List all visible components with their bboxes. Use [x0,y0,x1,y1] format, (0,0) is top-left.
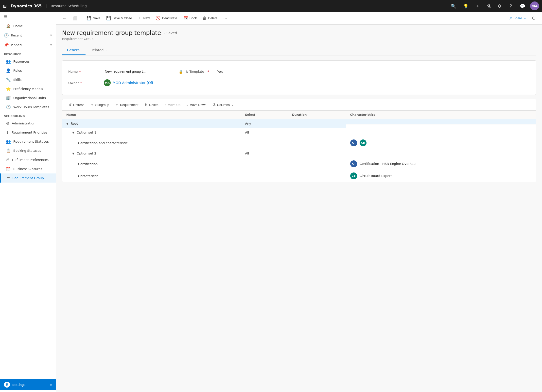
page-header: New requirement group template - Saved R… [62,30,536,41]
sidebar-recent-label: Recent [11,34,22,37]
share-label: Share [513,16,522,20]
fulfillment-icon: ♾ [6,157,9,162]
refresh-icon: ↺ [69,103,72,107]
sidebar-bottom: S Settings ◇ [0,377,56,392]
plus-icon[interactable]: ＋ [473,2,482,10]
expand-icon[interactable]: ▼ [72,152,75,155]
search-icon[interactable]: 🔍 [449,2,458,10]
sidebar-org-units-label: Organizational Units [13,96,46,100]
help-icon[interactable]: ？ [507,2,515,10]
table-row[interactable]: ▼ Option set 1All [62,128,536,137]
sidebar-item-administration[interactable]: ⚙️ Administration [0,119,56,128]
sidebar-menu-toggle[interactable]: ☰ [0,12,56,21]
owner-required: * [80,81,82,85]
sidebar-settings-label: Settings [12,383,25,387]
save-button[interactable]: 💾 Save [84,14,103,22]
sidebar-req-priorities-label: Requirement Priorities [12,131,47,134]
sidebar-item-requirement-priorities[interactable]: ↓ Requirement Priorities [0,128,56,137]
work-hours-icon: 🕐 [6,105,11,109]
sidebar-business-closures-label: Business Closures [13,167,42,171]
col-characteristics: Characteristics [346,111,536,119]
table-row[interactable]: ▼ RootAny [62,119,536,128]
name-value [104,69,153,74]
sidebar-item-fulfillment-preferences[interactable]: ♾ Fulfillment Preferences [0,155,56,164]
char-badge: CB [360,139,367,146]
popout-button[interactable]: ⬡ [530,14,538,22]
row-name: Root [71,122,78,125]
tab-related[interactable]: Related ⌄ [86,46,113,55]
settings-chevron-icon: ◇ [50,383,52,386]
expand-icon[interactable]: ▼ [72,131,75,134]
move-down-button[interactable]: ↓ Move Down [184,101,209,108]
sidebar-item-proficiency-models[interactable]: ⭐ Proficiency Models [0,84,56,93]
sidebar-item-requirement-statuses[interactable]: 👥 Requirement Statuses [0,137,56,146]
table-row[interactable]: CertificationC-Certification - HSR Engin… [62,158,536,170]
expand-icon[interactable]: ▼ [66,122,69,125]
sidebar-recent-toggle[interactable]: 🕐 Recent ∨ [0,31,56,40]
filter-icon[interactable]: ⚗ [485,2,493,10]
waffle-icon[interactable]: ⊞ [3,3,7,9]
back-button[interactable]: ← [60,15,69,22]
subgroup-button[interactable]: ＋ Subgroup [88,101,112,108]
deactivate-button[interactable]: 🚫 Deactivate [153,14,179,22]
lightbulb-icon[interactable]: 💡 [461,2,471,10]
is-template-label: Is Template [186,70,204,73]
sidebar-item-resources[interactable]: 👥 Resources [0,57,56,66]
new-button[interactable]: ＋ New [135,14,152,22]
move-up-label: Move Up [168,103,180,107]
refresh-button[interactable]: ↺ Refresh [66,101,87,108]
name-input[interactable] [104,69,153,74]
owner-value: MA MOD Administrator (Off [104,79,153,86]
subgroup-add-icon: ＋ [90,102,94,107]
table-row[interactable]: ▼ Option set 2All [62,149,536,158]
back-icon: ← [63,16,67,20]
settings-icon[interactable]: ⚙ [496,2,504,10]
more-button[interactable]: ⋯ [221,14,230,22]
sidebar-item-work-hours-templates[interactable]: 🕐 Work Hours Templates [0,102,56,112]
sidebar-home-label: Home [13,24,23,28]
requirement-button[interactable]: ＋ Requirement [113,101,141,108]
move-up-icon: ↑ [164,103,166,107]
owner-link[interactable]: MOD Administrator (Off [113,81,153,85]
row-name: Chracteristic [78,174,98,178]
user-avatar[interactable]: MA [530,1,539,10]
tab-general[interactable]: General [62,46,86,55]
grid-toolbar: ↺ Refresh ＋ Subgroup ＋ Requirement 🗑 Del… [62,99,536,111]
delete-button[interactable]: 🗑 Delete [200,15,220,22]
row-select: Any [241,119,288,128]
chat-icon[interactable]: 💬 [518,2,527,10]
window-button[interactable]: ⬜ [70,14,80,22]
sidebar-item-business-closures[interactable]: 📅 Business Closures [0,164,56,173]
col-duration: Duration [288,111,346,119]
col-name: Name [62,111,241,119]
pin-icon: 📌 [4,43,9,47]
sidebar-item-booking-statuses[interactable]: 📋 Booking Statuses [0,146,56,155]
book-button[interactable]: 📅 Book [181,14,199,22]
sidebar-pinned-toggle[interactable]: 📌 Pinned ∨ [0,40,56,50]
pinned-chevron-icon: ∨ [50,43,52,47]
tab-related-label: Related [90,48,104,52]
delete-icon: 🗑 [203,16,207,20]
share-icon: ↗ [509,16,512,20]
share-button[interactable]: ↗ Share ⌄ [506,14,529,22]
row-select: All [241,128,288,137]
sidebar-item-requirement-group[interactable]: ≡ Requirement Group ... [0,173,56,183]
save-close-button[interactable]: 💾 Save & Close [104,14,135,22]
sidebar-item-home[interactable]: 🏠 Home [0,21,56,31]
sidebar-item-roles[interactable]: 👤 Roles [0,66,56,75]
sidebar-settings-item[interactable]: S Settings ◇ [0,379,56,390]
sidebar-item-skills[interactable]: 🔧 Skills [0,75,56,84]
sidebar-item-organizational-units[interactable]: 🏢 Organizational Units [0,93,56,102]
lock-icon: 🔒 [179,70,183,74]
grid-delete-button[interactable]: 🗑 Delete [142,101,161,108]
move-up-button[interactable]: ↑ Move Up [162,101,183,108]
recent-chevron-icon: ∨ [50,34,52,37]
columns-filter-icon: ⚗ [212,103,216,107]
table-row[interactable]: ChracteristicCBCircuit Board Expert [62,170,536,182]
sidebar-admin-label: Administration [12,121,35,125]
refresh-label: Refresh [73,103,85,107]
table-row[interactable]: Certification and characteristicC-CB [62,137,536,149]
nav-divider: | [46,4,47,8]
row-duration [288,137,346,149]
columns-button[interactable]: ⚗ Columns ⌄ [210,101,236,108]
